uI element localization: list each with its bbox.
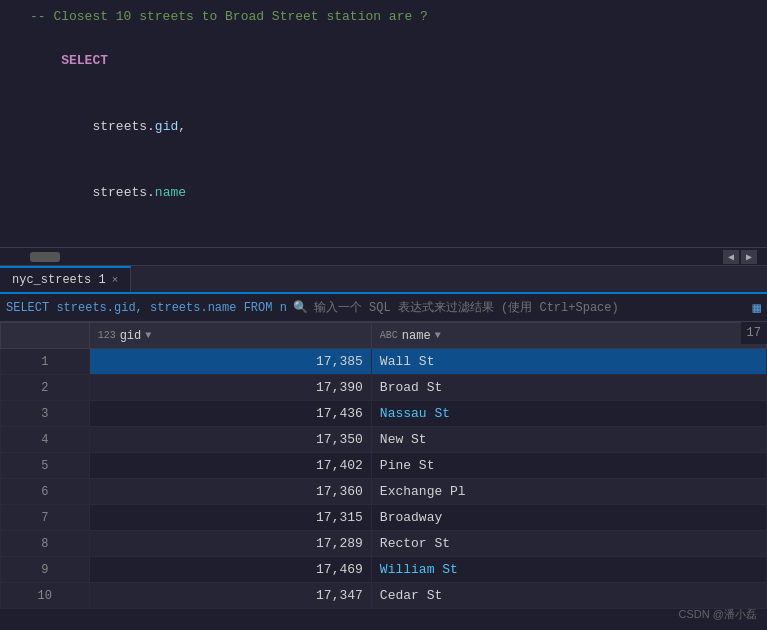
- th-name-type: ABC: [380, 330, 398, 341]
- scroll-arrows: ◀ ▶: [723, 250, 757, 264]
- code-editor[interactable]: -- Closest 10 streets to Broad Street st…: [0, 0, 767, 248]
- cell-gid: 17,436: [89, 401, 371, 427]
- cell-rownum: 7: [1, 505, 90, 531]
- cell-rownum: 5: [1, 453, 90, 479]
- tab-label: nyc_streets 1: [12, 273, 106, 287]
- th-gid-label: gid: [120, 329, 142, 343]
- th-name[interactable]: ABC name ▼: [371, 323, 766, 349]
- table-row[interactable]: 917,469William St: [1, 557, 767, 583]
- cell-name: Pine St: [371, 453, 766, 479]
- table-body: 117,385Wall St217,390Broad St317,436Nass…: [1, 349, 767, 609]
- row-count: 17: [747, 326, 761, 340]
- comment-line: -- Closest 10 streets to Broad Street st…: [30, 6, 757, 28]
- table-row[interactable]: 417,350New St: [1, 427, 767, 453]
- field-gid: streets.gid,: [30, 94, 757, 160]
- cell-rownum: 10: [1, 583, 90, 609]
- tab-nyc-streets[interactable]: nyc_streets 1 ×: [0, 266, 131, 292]
- filter-bar: SELECT streets.gid, streets.name FROM n …: [0, 294, 767, 322]
- filter-input[interactable]: [314, 301, 743, 315]
- cell-rownum: 8: [1, 531, 90, 557]
- grid-icon: ▦: [753, 299, 761, 316]
- table-container[interactable]: 123 gid ▼ ABC name ▼: [0, 322, 767, 609]
- table-row[interactable]: 817,289Rector St: [1, 531, 767, 557]
- cell-gid: 17,385: [89, 349, 371, 375]
- cell-rownum: 9: [1, 557, 90, 583]
- cell-name: Exchange Pl: [371, 479, 766, 505]
- th-name-label: name: [402, 329, 431, 343]
- cell-name: Broadway: [371, 505, 766, 531]
- table-row[interactable]: 717,315Broadway: [1, 505, 767, 531]
- table-row[interactable]: 317,436Nassau St: [1, 401, 767, 427]
- field-name: streets.name: [30, 160, 757, 226]
- cell-name: William St: [371, 557, 766, 583]
- th-gid-type: 123: [98, 330, 116, 341]
- from-keyword: FROM: [30, 226, 757, 248]
- cell-name: Broad St: [371, 375, 766, 401]
- bottom-section: SELECT streets.gid, streets.name FROM n …: [0, 294, 767, 609]
- cell-gid: 17,289: [89, 531, 371, 557]
- cell-name: Rector St: [371, 531, 766, 557]
- filter-sql-text: SELECT streets.gid, streets.name FROM n: [6, 301, 287, 315]
- cell-rownum: 4: [1, 427, 90, 453]
- table-row[interactable]: 1017,347Cedar St: [1, 583, 767, 609]
- tab-bar: nyc_streets 1 ×: [0, 266, 767, 294]
- table-row[interactable]: 617,360Exchange Pl: [1, 479, 767, 505]
- table-header-row: 123 gid ▼ ABC name ▼: [1, 323, 767, 349]
- cell-name: New St: [371, 427, 766, 453]
- cell-gid: 17,469: [89, 557, 371, 583]
- sort-icon-name[interactable]: ▼: [435, 330, 441, 341]
- cell-rownum: 3: [1, 401, 90, 427]
- cell-name: Cedar St: [371, 583, 766, 609]
- cell-rownum: 2: [1, 375, 90, 401]
- scroll-left-button[interactable]: ◀: [723, 250, 739, 264]
- cell-rownum: 6: [1, 479, 90, 505]
- cell-name: Wall St: [371, 349, 766, 375]
- table-row[interactable]: 517,402Pine St: [1, 453, 767, 479]
- count-badge: 17: [741, 322, 767, 344]
- filter-icon: 🔍: [293, 300, 308, 315]
- select-keyword: SELECT: [30, 28, 757, 94]
- sort-icon-gid[interactable]: ▼: [145, 330, 151, 341]
- tab-close-button[interactable]: ×: [112, 274, 119, 286]
- cell-gid: 17,390: [89, 375, 371, 401]
- scroll-right-button[interactable]: ▶: [741, 250, 757, 264]
- table-wrapper: 123 gid ▼ ABC name ▼: [0, 322, 767, 609]
- cell-gid: 17,350: [89, 427, 371, 453]
- watermark: CSDN @潘小磊: [679, 607, 757, 622]
- horizontal-scrollbar[interactable]: ◀ ▶: [0, 248, 767, 266]
- th-rownum: [1, 323, 90, 349]
- results-table: 123 gid ▼ ABC name ▼: [0, 322, 767, 609]
- th-gid[interactable]: 123 gid ▼: [89, 323, 371, 349]
- table-row[interactable]: 217,390Broad St: [1, 375, 767, 401]
- cell-gid: 17,360: [89, 479, 371, 505]
- cell-name: Nassau St: [371, 401, 766, 427]
- scroll-thumb[interactable]: [30, 252, 60, 262]
- table-row[interactable]: 117,385Wall St: [1, 349, 767, 375]
- keyword-select: SELECT: [61, 53, 108, 68]
- cell-gid: 17,347: [89, 583, 371, 609]
- cell-gid: 17,315: [89, 505, 371, 531]
- cell-rownum: 1: [1, 349, 90, 375]
- cell-gid: 17,402: [89, 453, 371, 479]
